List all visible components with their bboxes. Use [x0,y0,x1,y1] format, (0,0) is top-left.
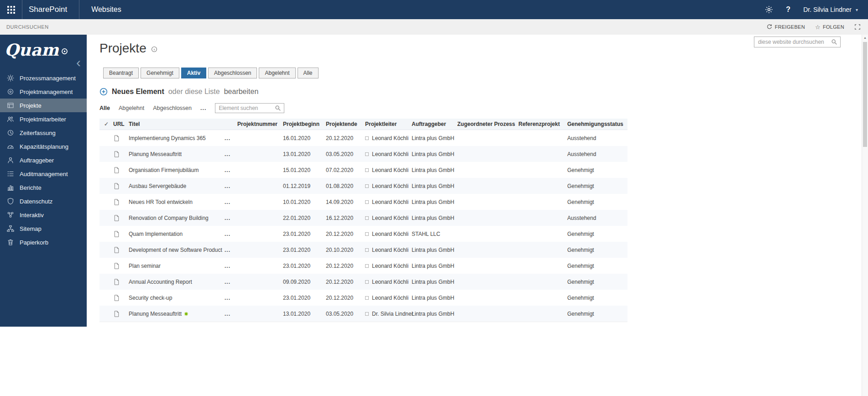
column-header-titel[interactable]: Titel [129,121,225,127]
projektleiter-link[interactable]: Leonard Köchli [372,151,408,157]
row-menu-ellipsis[interactable]: ... [225,135,237,141]
sidebar-item[interactable]: Papierkorb [0,235,87,249]
user-menu[interactable]: Dr. Silvia Lindner ▾ [803,6,858,13]
row-menu-ellipsis[interactable]: ... [225,199,237,205]
focus-mode-button[interactable] [854,24,861,30]
table-row[interactable]: Implementierung Dynamics 365 ... 16.01.2… [99,130,627,146]
table-row[interactable]: Neues HR Tool entwickeln ... 10.01.2020 … [99,194,627,210]
edit-list-link[interactable]: bearbeiten [224,88,259,96]
document-icon[interactable] [113,135,129,142]
table-row[interactable]: Plan seminar ... 23.01.2020 20.12.2020 L… [99,258,627,274]
info-icon[interactable] [151,46,157,52]
projektleiter-link[interactable]: Leonard Köchli [372,215,408,221]
column-header-projektende[interactable]: Projektende [326,121,365,127]
table-row[interactable]: Planung Messeauftritt ... 13.01.2020 03.… [99,306,627,322]
project-title-link[interactable]: Development of new Software Product [129,247,222,253]
table-row[interactable]: Planung Messeauftritt ... 13.01.2020 03.… [99,146,627,162]
views-ellipsis-menu[interactable]: ... [200,105,206,111]
list-search-icon[interactable] [275,105,281,111]
row-menu-ellipsis[interactable]: ... [225,151,237,157]
project-title-link[interactable]: Planung Messeauftritt [129,151,182,157]
document-icon[interactable] [113,182,129,190]
document-icon[interactable] [113,167,129,174]
site-search-input[interactable] [754,39,831,45]
settings-gear-icon[interactable] [765,5,773,14]
column-header-zugeordneter-prozess[interactable]: Zugeordneter Prozess [457,121,518,127]
vertical-scrollbar[interactable]: ▴ [862,35,868,396]
status-filter-button[interactable]: Abgelehnt [259,68,295,78]
project-title-link[interactable]: Planung Messeauftritt [129,311,182,317]
projektleiter-link[interactable]: Dr. Silvia Lindner [372,311,413,317]
column-header-referenzprojekt[interactable]: Referenzprojekt [518,121,567,127]
project-title-link[interactable]: Neues HR Tool entwickeln [129,199,193,205]
help-icon[interactable]: ? [786,5,790,14]
row-menu-ellipsis[interactable]: ... [225,263,237,269]
table-row[interactable]: Development of new Software Product ... … [99,242,627,258]
scrollbar-thumb[interactable] [863,42,867,147]
column-header-projektbeginn[interactable]: Projektbeginn [283,121,326,127]
column-header-projektleiter[interactable]: Projektleiter [365,121,412,127]
projektleiter-link[interactable]: Leonard Köchli [372,231,408,237]
quam-logo[interactable]: Quam [0,35,87,59]
row-menu-ellipsis[interactable]: ... [225,167,237,173]
sidebar-collapse-chevron[interactable]: ‹ [76,56,81,69]
project-title-link[interactable]: Quam Implementation [129,231,183,237]
sidebar-item[interactable]: Berichte [0,181,87,194]
row-menu-ellipsis[interactable]: ... [225,247,237,253]
projektleiter-link[interactable]: Leonard Köchli [372,135,408,141]
table-row[interactable]: Annual Accounting Report ... 09.09.2020 … [99,274,627,290]
table-row[interactable]: Ausbau Servergebäude ... 01.12.2019 01.0… [99,178,627,194]
row-menu-ellipsis[interactable]: ... [225,183,237,189]
table-row[interactable]: Organisation Firmenjubiläum ... 15.01.20… [99,162,627,178]
scroll-up-arrow-icon[interactable]: ▴ [862,36,868,40]
status-filter-button[interactable]: Alle [298,68,319,78]
ribbon-tab-browse[interactable]: DURCHSUCHEN [6,24,49,30]
sidebar-item[interactable]: Zeiterfassung [0,126,87,140]
view-link[interactable]: Abgelehnt [119,105,144,111]
document-icon[interactable] [113,198,129,206]
projektleiter-link[interactable]: Leonard Köchli [372,199,408,205]
column-header-auftraggeber[interactable]: Auftraggeber [412,121,457,127]
sidebar-item[interactable]: Auftraggeber [0,153,87,167]
sidebar-item[interactable]: Auditmanagement [0,167,87,181]
sidebar-item[interactable]: Kapazitätsplanung [0,140,87,153]
row-menu-ellipsis[interactable]: ... [225,295,237,301]
sidebar-item[interactable]: Sitemap [0,222,87,235]
project-title-link[interactable]: Organisation Firmenjubiläum [129,167,199,173]
select-all-checkmark[interactable]: ✓ [99,121,113,127]
row-menu-ellipsis[interactable]: ... [225,279,237,285]
document-icon[interactable] [113,294,129,302]
sidebar-item[interactable]: Projekte [0,99,87,112]
project-title-link[interactable]: Renovation of Company Building [129,215,209,221]
row-menu-ellipsis[interactable]: ... [225,311,237,317]
project-title-link[interactable]: Ausbau Servergebäude [129,183,186,189]
column-header-url[interactable]: URL [113,121,129,127]
document-icon[interactable] [113,214,129,222]
row-menu-ellipsis[interactable]: ... [225,215,237,221]
table-row[interactable]: Renovation of Company Building ... 22.01… [99,210,627,226]
document-icon[interactable] [113,246,129,254]
follow-button[interactable]: ☆ FOLGEN [815,24,844,30]
projektleiter-link[interactable]: Leonard Köchli [372,167,408,173]
sidebar-item[interactable]: Datenschutz [0,194,87,208]
project-title-link[interactable]: Implementierung Dynamics 365 [129,135,206,141]
projektleiter-link[interactable]: Leonard Köchli [372,295,408,301]
column-header-genehmigungsstatus[interactable]: Genehmigungsstatus [567,121,627,127]
column-header-projektnummer[interactable]: Projektnummer [237,121,283,127]
share-button[interactable]: FREIGEBEN [766,24,805,30]
document-icon[interactable] [113,151,129,158]
document-icon[interactable] [113,310,129,318]
project-title-link[interactable]: Security check-up [129,295,172,301]
table-row[interactable]: Security check-up ... 23.01.2020 20.12.2… [99,290,627,306]
sidebar-item[interactable]: Projektmitarbeiter [0,112,87,126]
document-icon[interactable] [113,262,129,270]
search-icon[interactable] [831,39,837,45]
sidebar-item[interactable]: Interaktiv [0,208,87,222]
document-icon[interactable] [113,278,129,286]
project-title-link[interactable]: Plan seminar [129,263,161,269]
status-filter-button[interactable]: Aktiv [181,68,206,78]
suite-brand-sharepoint[interactable]: SharePoint [22,0,79,19]
row-menu-ellipsis[interactable]: ... [225,231,237,237]
status-filter-button[interactable]: Genehmigt [141,68,179,78]
status-filter-button[interactable]: Abgeschlossen [208,68,257,78]
